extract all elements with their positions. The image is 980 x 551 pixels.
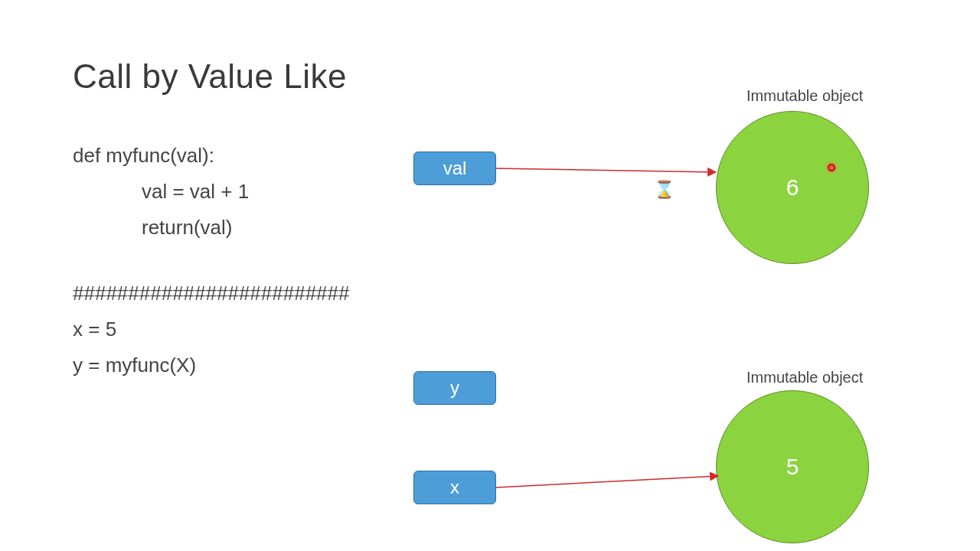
object-value-bottom: 5 <box>786 454 799 480</box>
arrow-val-to-6 <box>496 168 716 172</box>
code-line-x: x = 5 <box>73 311 350 347</box>
var-label-x: x <box>450 477 459 498</box>
laser-pointer-icon <box>825 161 838 174</box>
code-line-assign: val = val + 1 <box>73 174 350 210</box>
code-line-return: return(val) <box>73 210 350 246</box>
object-caption-bottom: Immutable object <box>746 369 863 386</box>
var-box-x: x <box>413 471 496 504</box>
object-caption-top: Immutable object <box>746 87 863 105</box>
code-separator: ######################### <box>73 276 350 311</box>
code-block: def myfunc(val): val = val + 1 return(va… <box>73 138 350 383</box>
code-line-y: y = myfunc(X) <box>73 347 350 383</box>
immutable-object-bottom: 5 <box>716 390 869 543</box>
object-value-top: 6 <box>786 174 799 201</box>
immutable-object-top: 6 <box>716 111 869 264</box>
slide-title: Call by Value Like <box>73 57 347 96</box>
var-box-val: val <box>413 152 496 185</box>
var-label-y: y <box>450 377 459 399</box>
slide: Call by Value Like def myfunc(val): val … <box>0 0 980 551</box>
var-box-y: y <box>413 371 496 405</box>
code-line-def: def myfunc(val): <box>73 138 350 174</box>
hourglass-cursor-icon: ⌛ <box>654 180 675 200</box>
var-label-val: val <box>443 158 467 179</box>
arrow-x-to-5 <box>496 476 718 487</box>
